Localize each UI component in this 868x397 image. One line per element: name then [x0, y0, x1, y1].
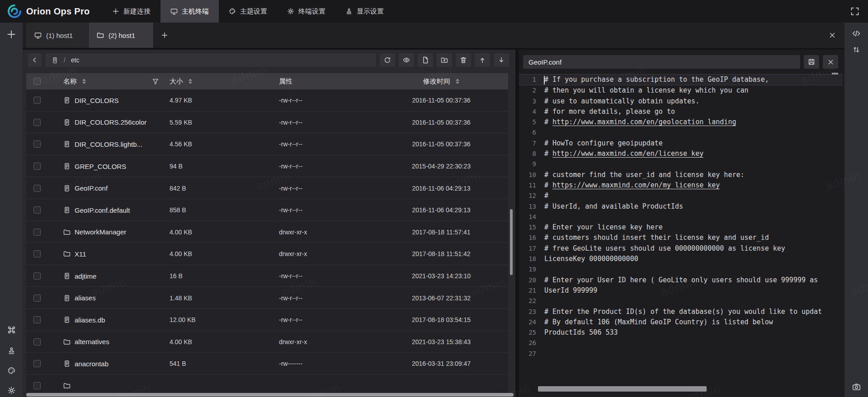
code-view-icon[interactable]	[844, 25, 868, 42]
table-row[interactable]: X114.00 KBdrwxr-xr-x2017-08-18 11:51:42	[26, 243, 508, 265]
monitor-icon	[34, 32, 42, 39]
file-name-cell[interactable]: NetworkManager	[63, 221, 126, 243]
code-link[interactable]: http://www.maxmind.com/en/license_key	[552, 149, 703, 158]
sort-lines-icon[interactable]	[844, 42, 868, 58]
file-name-cell[interactable]: aliases.db	[63, 309, 105, 331]
nav-theme-settings[interactable]: 主题设置	[219, 0, 277, 23]
code-editor[interactable]: 1# If you purchase a subscription to the…	[519, 74, 843, 383]
file-name: alternatives	[75, 338, 109, 346]
table-row[interactable]: DIR_COLORS.lightb...4.56 KB-rw-r--r--201…	[26, 133, 508, 155]
stamp-icon[interactable]	[0, 342, 23, 359]
file-name-cell[interactable]: anacrontab	[63, 353, 108, 375]
table-row[interactable]: adjtime16 B-rw-r--r--2021-03-23 14:23:10	[26, 265, 508, 287]
preview-button[interactable]	[399, 53, 414, 67]
row-checkbox[interactable]	[33, 112, 41, 134]
filter-funnel-icon[interactable]	[152, 78, 159, 85]
column-header-mtime[interactable]: 修改时间	[374, 73, 508, 89]
row-checkbox[interactable]	[33, 199, 41, 221]
row-checkbox[interactable]	[33, 133, 41, 155]
file-name-cell[interactable]: GREP_COLORS	[63, 155, 126, 177]
close-panel-icon[interactable]	[826, 30, 838, 40]
table-row[interactable]: aliases.db12.00 KB-rw-r--r--2017-08-18 0…	[26, 309, 508, 331]
file-name-cell[interactable]: aliases	[63, 287, 96, 309]
sort-carets-icon[interactable]	[82, 79, 86, 84]
save-button[interactable]	[804, 55, 819, 69]
camera-icon[interactable]	[844, 378, 868, 395]
column-header-name[interactable]: 名称	[63, 73, 86, 89]
row-checkbox[interactable]	[33, 155, 41, 177]
row-checkbox[interactable]	[33, 265, 41, 287]
file-mtime-cell: 2021-03-23 14:23:10	[374, 265, 508, 287]
file-name-cell[interactable]: adjtime	[63, 265, 96, 287]
table-row[interactable]: DIR_COLORS.256color5.59 KB-rw-r--r--2016…	[26, 112, 508, 134]
close-editor-button[interactable]	[823, 55, 838, 69]
row-checkbox[interactable]	[33, 287, 41, 309]
file-name-cell[interactable]: DIR_COLORS	[63, 89, 119, 112]
tab-1[interactable]: (1) host1	[26, 23, 89, 48]
row-checkbox[interactable]	[33, 89, 41, 112]
table-row[interactable]: GeoIP.conf842 B-rw-r--r--2016-11-06 04:2…	[26, 177, 508, 199]
fullscreen-icon[interactable]	[849, 6, 861, 16]
nav-terminal-settings[interactable]: 终端设置	[277, 0, 335, 23]
file-name-cell[interactable]: X11	[63, 243, 86, 265]
nav-display-settings[interactable]: 显示设置	[335, 0, 394, 23]
code-link[interactable]: http://www.maxmind.com/en/geolocation_la…	[552, 118, 736, 126]
refresh-button[interactable]	[380, 53, 395, 67]
nav-host-terminal[interactable]: 主机终端	[160, 0, 219, 23]
table-row[interactable]	[26, 375, 508, 393]
download-button[interactable]	[494, 53, 509, 67]
new-file-button[interactable]	[418, 53, 433, 67]
new-folder-button[interactable]	[437, 53, 452, 67]
table-vertical-scrollbar[interactable]	[510, 209, 513, 275]
table-row[interactable]: anacrontab541 B-rw-------2016-03-31 23:0…	[26, 353, 508, 375]
row-checkbox[interactable]	[33, 221, 41, 243]
new-tab-button[interactable]	[158, 30, 171, 40]
row-checkbox[interactable]	[33, 243, 41, 265]
line-number: 17	[519, 243, 539, 254]
add-button[interactable]	[0, 26, 23, 42]
file-name-cell[interactable]: alternatives	[63, 331, 109, 353]
code-link[interactable]: https://www.maxmind.com/en/my_license_ke…	[552, 181, 720, 189]
table-row[interactable]: GREP_COLORS94 B-rw-r--r--2015-04-29 22:3…	[26, 155, 508, 177]
table-horizontal-scrollbar[interactable]	[26, 393, 514, 397]
sort-carets-icon[interactable]	[189, 79, 192, 84]
sort-carets-icon[interactable]	[456, 79, 459, 84]
app-window: Orion Ops Pro 新建连接主机终端主题设置终端设置显示设置 (1) h…	[0, 0, 868, 397]
file-name-cell[interactable]: DIR_COLORS.256color	[63, 112, 146, 134]
upload-button[interactable]	[475, 53, 490, 67]
code-line: 12#	[519, 191, 843, 201]
file-name-cell[interactable]	[63, 375, 71, 393]
file-name-cell[interactable]: GeoIP.conf	[63, 177, 108, 199]
table-row[interactable]: DIR_COLORS4.97 KB-rw-r--r--2016-11-05 00…	[26, 89, 508, 112]
doc-icon	[63, 316, 71, 323]
line-number: 1	[519, 75, 539, 85]
row-checkbox[interactable]	[33, 353, 41, 375]
line-text: #	[539, 191, 548, 201]
code-line: 3# use to automatically obtain updates.	[519, 96, 843, 107]
editor-vertical-scrollbar[interactable]	[832, 73, 838, 75]
filename-input[interactable]: GeoIP.conf	[523, 55, 800, 69]
palette-icon[interactable]	[0, 362, 23, 378]
row-checkbox[interactable]	[33, 331, 41, 353]
file-name-cell[interactable]: DIR_COLORS.lightb...	[63, 133, 142, 155]
gear-icon[interactable]	[0, 382, 23, 397]
path-input[interactable]: / etc	[45, 53, 376, 67]
table-row[interactable]: aliases1.48 KB-rw-r--r--2013-06-07 22:31…	[26, 287, 508, 309]
editor-horizontal-scrollbar[interactable]	[538, 386, 707, 392]
row-checkbox[interactable]	[33, 375, 41, 393]
row-checkbox[interactable]	[33, 177, 41, 199]
table-row[interactable]: NetworkManager4.00 KBdrwxr-xr-x2017-08-1…	[26, 221, 508, 243]
tab-2[interactable]: (2) host1	[89, 23, 154, 48]
delete-button[interactable]	[456, 53, 471, 67]
command-icon[interactable]	[0, 322, 23, 338]
file-name-cell[interactable]: GeoIP.conf.default	[63, 199, 130, 221]
select-all-checkbox[interactable]	[33, 73, 41, 89]
row-checkbox[interactable]	[33, 309, 41, 331]
table-row[interactable]: alternatives4.00 KBdrwxr-xr-x2021-03-23 …	[26, 331, 508, 353]
nav-new-connection[interactable]: 新建连接	[102, 0, 160, 23]
back-button[interactable]	[28, 53, 42, 67]
column-header-size[interactable]: 大小	[170, 73, 192, 89]
line-text: # then you will obtain a license key whi…	[539, 85, 749, 96]
table-row[interactable]: GeoIP.conf.default858 B-rw-r--r--2016-11…	[26, 199, 508, 221]
file-name: GeoIP.conf	[75, 184, 108, 192]
